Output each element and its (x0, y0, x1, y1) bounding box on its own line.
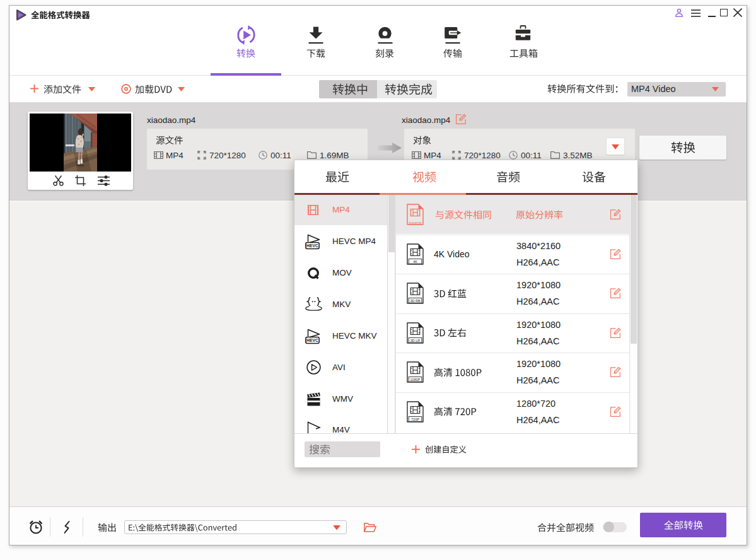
svg-text:HEVC: HEVC (306, 338, 318, 342)
svg-text:3D LR: 3D LR (410, 338, 421, 342)
svg-text:HEVC: HEVC (306, 243, 318, 248)
svg-text:source: source (409, 221, 422, 225)
svg-text:1080P: 1080P (410, 378, 421, 382)
svg-text:3D RB: 3D RB (410, 299, 421, 303)
svg-text:4K: 4K (413, 259, 417, 263)
svg-text:720P: 720P (411, 417, 419, 421)
